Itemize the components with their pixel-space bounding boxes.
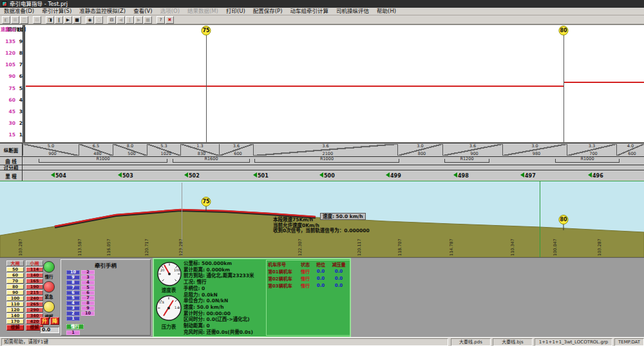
time-axis-bar [23, 25, 25, 142]
menu-item[interactable]: 结果数据(M) [184, 8, 222, 15]
toolbar-button[interactable]: ◫ [20, 16, 28, 24]
big-brake-button[interactable]: 70 [6, 278, 24, 284]
gradient-segment: 4.0600 [616, 144, 644, 156]
title-bar: 牵引电算指导 - Test.prj [0, 0, 644, 8]
menu-item[interactable]: 司机操纵评估 [332, 8, 373, 15]
big-brake-button[interactable]: 170 [6, 319, 24, 324]
big-brake-button[interactable]: 60 [6, 273, 24, 278]
big-brake-column: 大闸 5060708090100110120140170 缓解 [6, 260, 24, 331]
toolbar-button[interactable]: ◉ [86, 16, 94, 24]
speed-tick-label: 105 [2, 62, 15, 68]
dynamic-brake-button[interactable]: 4 [81, 280, 95, 285]
gradient-length: 600 [234, 151, 242, 156]
notch-one-button[interactable]: 1 [66, 331, 80, 335]
gradient-value: 3.6 [233, 143, 240, 149]
traction-notch-button[interactable]: 10 [66, 270, 80, 275]
menu-item[interactable]: 动车组牵引计算 [287, 8, 333, 15]
signal-light-icon[interactable] [43, 261, 55, 273]
menu-item[interactable]: 选项(O) [156, 8, 184, 15]
gradient-segment: 8.0500 [113, 144, 147, 156]
menu-item[interactable]: 牵引计算(S) [38, 8, 75, 15]
traction-notch-button[interactable]: 4 [66, 301, 80, 305]
toolbar-button[interactable]: ◀ [117, 16, 125, 24]
traction-notch-button[interactable]: 2 [66, 311, 80, 316]
gradient-length: 600 [628, 151, 636, 156]
time-tick-label: 4 [17, 98, 23, 103]
toolbar-button[interactable]: ⊞ [11, 16, 19, 24]
speed-tick-label: 30 [2, 121, 15, 126]
gradient-segment: 5.0900 [23, 144, 79, 156]
toolbar-button[interactable]: ■ [144, 16, 152, 24]
big-brake-button[interactable]: 140 [6, 313, 24, 318]
toolbar-button[interactable]: ‖ [126, 16, 134, 24]
train-info-line: 区间时分: 0.0(辽西->通化北) [184, 316, 266, 323]
traction-notch-button[interactable]: 3 [66, 306, 80, 311]
traction-notch-button[interactable]: 7 [66, 286, 80, 290]
big-brake-button[interactable]: 100 [6, 296, 24, 301]
traction-notch-button[interactable]: 9 [66, 275, 80, 280]
dynamic-brake-button[interactable]: 2 [81, 270, 95, 275]
locomotive-table-header: 机车序号 状态 把位 减压量 [267, 260, 350, 268]
menu-item[interactable]: 配置保存(P) [249, 8, 287, 15]
locomotive-row: 第03辆机车惰行0.00.0 [267, 282, 350, 289]
menu-item[interactable]: 查看(V) [129, 8, 156, 15]
toolbar-button[interactable]: ◨ [46, 16, 54, 24]
toolbar-button[interactable]: ▶ [135, 16, 143, 24]
toolbar-button[interactable]: ◧ [2, 16, 10, 24]
signal-light-icon[interactable] [43, 301, 55, 313]
mileage-row: 里 程 504503502501500499498497496 [0, 170, 644, 181]
dynamic-brake-button[interactable]: 10 [81, 311, 95, 316]
toolbar-button[interactable]: ⊟ [33, 16, 41, 24]
curve-radius-label: R1000 [95, 157, 111, 161]
gradient-segment: 5.31020 [147, 144, 180, 156]
col-loco-number: 机车序号 [267, 261, 298, 268]
traction-notch-button[interactable]: 1 [66, 316, 80, 321]
speed-tick-label: 15 [2, 132, 15, 138]
dynamic-brake-button[interactable]: 6 [81, 291, 95, 295]
row-label-phase: 过分相 [0, 165, 23, 170]
gradient-length: 900 [470, 151, 478, 156]
traction-notch-button[interactable]: 5 [66, 296, 80, 300]
milepost-km: 497 [525, 173, 536, 179]
toolbar-button[interactable]: ⊟ [108, 16, 116, 24]
neutral-section-content [23, 165, 644, 170]
big-brake-button[interactable]: 90 [6, 290, 24, 295]
dynamic-brake-button[interactable]: 7 [81, 296, 95, 300]
toolbar-button[interactable]: ? [156, 16, 165, 24]
traction-notch-button[interactable]: 8 [66, 280, 80, 285]
big-brake-button[interactable]: 120 [6, 307, 24, 313]
time-tick-label: 2 [17, 121, 23, 126]
raise-button[interactable]: 升 [40, 317, 49, 325]
toolbar-button[interactable]: ▶ [64, 16, 72, 24]
dynamic-brake-button[interactable]: 3 [81, 275, 95, 280]
toolbar-button[interactable]: ✖ [166, 16, 174, 24]
menu-item[interactable]: 准静态监控模拟(Z) [75, 8, 129, 15]
menu-item[interactable]: 数据准备(D) [0, 8, 38, 15]
toolbar-button[interactable]: ‖ [55, 16, 63, 24]
lower-button[interactable]: 降 [50, 317, 59, 325]
gradient-length: 800 [418, 151, 426, 156]
dynamic-brake-button[interactable]: 9 [81, 306, 95, 311]
gradient-segment: 1.3830 [180, 144, 219, 156]
train-info-line: 充风时间: 还需0.0s(共需0.0s) [184, 329, 266, 336]
big-brake-button[interactable]: 80 [6, 284, 24, 289]
toolbar-button[interactable]: ■ [73, 16, 81, 24]
speed-tick-label: 75 [2, 86, 15, 91]
mileposts: 504503502501500499498497496 [23, 170, 644, 181]
menu-item[interactable]: 打印(U) [222, 8, 249, 15]
big-brake-button[interactable]: 110 [6, 302, 24, 307]
signal-light-icon[interactable] [43, 281, 55, 293]
idle-button[interactable]: 惰行 [66, 324, 84, 329]
application-window: 牵引电算指导 - Test.prj 数据准备(D)牵引计算(S)准静态监控模拟(… [0, 0, 644, 346]
dynamic-brake-button[interactable]: 8 [81, 301, 95, 305]
elevation-label: 120.717 [144, 230, 149, 256]
speed-limit-value: 75 [202, 197, 211, 206]
big-brake-button[interactable]: 50 [6, 267, 24, 272]
dynamic-brake-button[interactable]: 5 [81, 286, 95, 290]
traction-notch-button[interactable]: 6 [66, 291, 80, 295]
gradient-value: 3.6 [322, 143, 328, 149]
menu-item[interactable]: 帮助(H) [373, 8, 400, 15]
gradient-length: 1020 [161, 151, 172, 156]
big-brake-release-button[interactable]: 缓解 [6, 325, 24, 331]
toolbar-button[interactable]: ○ [95, 16, 103, 24]
